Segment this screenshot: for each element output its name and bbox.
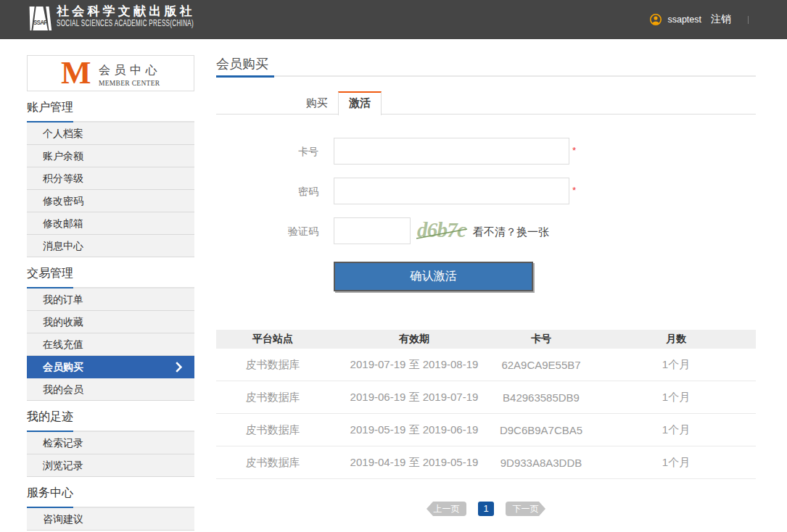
svg-text:SSAP: SSAP — [33, 20, 49, 26]
svg-text:d6b7c: d6b7c — [417, 218, 466, 241]
